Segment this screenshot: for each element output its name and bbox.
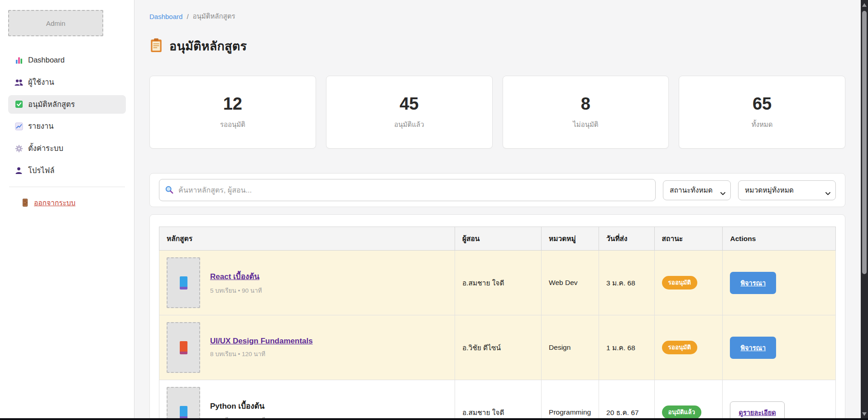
- bar-chart-icon: [14, 56, 23, 64]
- clipboard-icon: [149, 38, 163, 54]
- page-header: อนุมัติหลักสูตร: [149, 36, 845, 56]
- course-table: หลักสูตรผู้สอนหมวดหมู่วันที่ส่งสถานะActi…: [159, 227, 836, 420]
- course-cell-content: Python เบื้องต้น8 บทเรียน • 120 นาที: [167, 387, 447, 420]
- category-filter: หมวดหมู่ทั้งหมด: [738, 180, 836, 200]
- column-header-4: สถานะ: [654, 227, 723, 251]
- page-title: อนุมัติหลักสูตร: [169, 36, 247, 56]
- app-root: Admin Dashboardผู้ใช้งานอนุมัติหลักสูตรร…: [0, 0, 868, 420]
- table-row: React เบื้องต้น5 บทเรียน • 90 นาทีอ.สมชา…: [159, 251, 836, 315]
- sidebar-item-users[interactable]: ผู้ใช้งาน: [8, 73, 126, 92]
- scrollbar-down-arrow[interactable]: [862, 412, 867, 416]
- instructor-cell: อ.วิชัย ดีไซน์: [455, 315, 541, 380]
- sidebar-item-label: รายงาน: [28, 122, 53, 131]
- category-cell: Design: [542, 315, 599, 380]
- column-header-1: ผู้สอน: [455, 227, 541, 251]
- scrollbar-thumb[interactable]: [862, 11, 867, 274]
- course-meta: 8 บทเรียน • 120 นาที: [210, 349, 313, 359]
- status-badge: อนุมัติแล้ว: [662, 406, 702, 419]
- instructor-cell: อ.สมชาย ใจดี: [455, 251, 541, 315]
- stat-label: ทั้งหมด: [752, 119, 773, 130]
- course-info: React เบื้องต้น5 บทเรียน • 90 นาที: [210, 270, 262, 295]
- admin-logo: Admin: [8, 10, 103, 36]
- status-filter-select[interactable]: สถานะทั้งหมด: [663, 180, 731, 200]
- table-header-row: หลักสูตรผู้สอนหมวดหมู่วันที่ส่งสถานะActi…: [159, 227, 836, 251]
- status-filter: สถานะทั้งหมด: [663, 180, 731, 200]
- course-info: Python เบื้องต้น8 บทเรียน • 120 นาที: [210, 400, 265, 420]
- date-cell: 3 ม.ค. 68: [599, 251, 655, 315]
- users-icon: [14, 79, 23, 86]
- actions-cell: ดูรายละเอียด: [723, 380, 836, 420]
- sidebar-nav: Dashboardผู้ใช้งานอนุมัติหลักสูตรรายงานต…: [8, 51, 126, 180]
- course-thumbnail-glyph: [180, 276, 187, 290]
- column-header-0: หลักสูตร: [159, 227, 455, 251]
- line-chart-icon: [14, 122, 23, 130]
- status-cell: รออนุมัติ: [654, 315, 723, 380]
- stat-label: รออนุมัติ: [220, 119, 245, 130]
- window-bottom-edge: [0, 418, 868, 420]
- course-thumbnail: [167, 387, 200, 420]
- table-row: UI/UX Design Fundamentals8 บทเรียน • 120…: [159, 315, 836, 380]
- main-content: Dashboard / อนุมัติหลักสูตร อนุมัติหลักส…: [134, 0, 861, 420]
- actions-cell: พิจารณา: [723, 315, 836, 380]
- course-title-link[interactable]: UI/UX Design Fundamentals: [210, 337, 313, 345]
- breadcrumb-separator: /: [187, 13, 188, 20]
- table-row: Python เบื้องต้น8 บทเรียน • 120 นาทีอ.สม…: [159, 380, 836, 420]
- stat-value: 45: [399, 94, 418, 114]
- course-cell: React เบื้องต้น5 บทเรียน • 90 นาที: [159, 251, 455, 315]
- column-header-2: หมวดหมู่: [542, 227, 599, 251]
- logout-link[interactable]: ออกจากระบบ: [21, 197, 126, 208]
- logout-label: ออกจากระบบ: [34, 197, 76, 208]
- check-square-icon: [14, 100, 23, 108]
- sidebar-item-course-approval[interactable]: อนุมัติหลักสูตร: [8, 95, 126, 114]
- sidebar-item-dashboard[interactable]: Dashboard: [8, 51, 126, 70]
- search-field: [159, 179, 656, 201]
- sidebar: Admin Dashboardผู้ใช้งานอนุมัติหลักสูตรร…: [0, 0, 134, 420]
- review-button[interactable]: พิจารณา: [730, 337, 776, 359]
- course-title-link[interactable]: React เบื้องต้น: [210, 272, 259, 281]
- review-button[interactable]: พิจารณา: [730, 272, 776, 294]
- stat-card-2: 8ไม่อนุมัติ: [503, 76, 669, 149]
- course-thumbnail: [167, 322, 200, 373]
- sidebar-divider: [9, 187, 125, 187]
- scrollbar-up-arrow[interactable]: [862, 3, 867, 7]
- status-badge: รออนุมัติ: [662, 341, 697, 354]
- door-icon: [21, 198, 29, 207]
- gear-icon: [14, 145, 23, 153]
- stat-card-0: 12รออนุมัติ: [149, 76, 316, 149]
- sidebar-item-profile[interactable]: โปรไฟล์: [8, 161, 126, 180]
- course-meta: 5 บทเรียน • 90 นาที: [210, 285, 262, 295]
- course-thumbnail-glyph: [180, 406, 187, 419]
- course-thumbnail: [167, 257, 200, 308]
- category-filter-select[interactable]: หมวดหมู่ทั้งหมด: [738, 180, 836, 200]
- stat-value: 65: [753, 94, 772, 114]
- filter-panel: สถานะทั้งหมด หมวดหมู่ทั้งหมด: [149, 173, 845, 207]
- course-cell: Python เบื้องต้น8 บทเรียน • 120 นาที: [159, 380, 455, 420]
- column-header-5: Actions: [723, 227, 836, 251]
- category-cell: Web Dev: [542, 251, 599, 315]
- breadcrumb-current: อนุมัติหลักสูตร: [193, 11, 235, 22]
- stat-value: 12: [223, 94, 242, 114]
- sidebar-item-settings[interactable]: ตั้งค่าระบบ: [8, 139, 126, 158]
- course-cell-content: React เบื้องต้น5 บทเรียน • 90 นาที: [167, 257, 447, 308]
- course-cell: UI/UX Design Fundamentals8 บทเรียน • 120…: [159, 315, 455, 380]
- status-cell: รออนุมัติ: [654, 251, 723, 315]
- search-input[interactable]: [159, 179, 656, 201]
- actions-cell: พิจารณา: [723, 251, 836, 315]
- scrollbar[interactable]: [861, 0, 868, 420]
- stat-card-3: 65ทั้งหมด: [679, 76, 845, 149]
- breadcrumb-dashboard-link[interactable]: Dashboard: [149, 13, 182, 20]
- column-header-3: วันที่ส่ง: [599, 227, 655, 251]
- stat-card-1: 45อนุมัติแล้ว: [326, 76, 493, 149]
- sidebar-item-label: ผู้ใช้งาน: [28, 78, 54, 87]
- view-details-button[interactable]: ดูรายละเอียด: [730, 401, 784, 420]
- sidebar-item-label: อนุมัติหลักสูตร: [28, 100, 75, 109]
- stat-label: ไม่อนุมัติ: [573, 119, 598, 130]
- course-table-panel: หลักสูตรผู้สอนหมวดหมู่วันที่ส่งสถานะActi…: [149, 214, 845, 420]
- stats-row: 12รออนุมัติ45อนุมัติแล้ว8ไม่อนุมัติ65ทั้…: [149, 76, 845, 149]
- stat-value: 8: [581, 94, 590, 114]
- sidebar-item-reports[interactable]: รายงาน: [8, 117, 126, 136]
- sidebar-item-label: ตั้งค่าระบบ: [28, 144, 63, 153]
- breadcrumb: Dashboard / อนุมัติหลักสูตร: [149, 11, 845, 22]
- instructor-cell: อ.สมชาย ใจดี: [455, 380, 541, 420]
- date-cell: 1 ม.ค. 68: [599, 315, 655, 380]
